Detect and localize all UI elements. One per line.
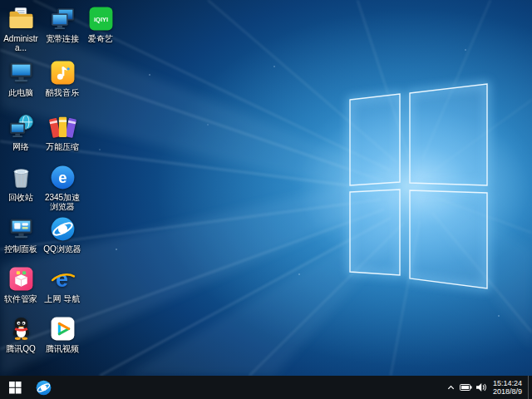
speaker-icon bbox=[475, 382, 487, 392]
icon-label: 此电脑 bbox=[8, 88, 33, 97]
network-globe-icon bbox=[7, 113, 35, 140]
computer-monitor-icon bbox=[7, 59, 35, 86]
icon-label: 回收站 bbox=[8, 193, 33, 202]
svg-text:iQIYI: iQIYI bbox=[94, 16, 108, 23]
battery-icon bbox=[460, 383, 472, 392]
iqiyi-icon: iQIYI bbox=[87, 5, 115, 32]
qq-browser-icon bbox=[35, 379, 52, 397]
desktop-icon-this-pc[interactable]: 此电脑 bbox=[1, 59, 41, 97]
desktop-icon-software-manager[interactable]: 软件管家 bbox=[1, 265, 41, 303]
icon-label: 控制面板 bbox=[4, 244, 37, 254]
control-panel-icon bbox=[7, 215, 35, 243]
planet-ring-browser-icon bbox=[49, 215, 76, 243]
icon-label: 网络 bbox=[12, 142, 29, 151]
icon-label: 2345加速浏览器 bbox=[42, 193, 82, 211]
icon-label: 腾讯视频 bbox=[46, 344, 79, 353]
desktop-icon-broadband[interactable]: 宽带连接 bbox=[42, 5, 82, 43]
desktop-icon-tencent-video[interactable]: 腾讯视频 bbox=[42, 315, 82, 353]
icon-label: QQ浏览器 bbox=[43, 244, 81, 254]
taskbar: 15:14:24 2018/8/9 bbox=[0, 376, 532, 399]
music-note-icon bbox=[49, 59, 76, 86]
desktop-icon-kuwo-music[interactable]: 酷我音乐 bbox=[42, 59, 82, 97]
tray-battery[interactable] bbox=[459, 376, 474, 399]
start-button[interactable] bbox=[0, 376, 30, 399]
clock-time: 15:14:24 bbox=[493, 379, 522, 388]
desktop-icon-network[interactable]: 网络 bbox=[1, 113, 41, 151]
svg-text:e: e bbox=[56, 267, 68, 292]
desktop-icon-iqiyi[interactable]: iQIYI 爱奇艺 bbox=[81, 5, 121, 43]
qq-penguin-icon bbox=[7, 315, 35, 342]
icon-label: 爱奇艺 bbox=[88, 34, 113, 43]
archive-books-icon bbox=[49, 113, 76, 140]
desktop[interactable]: Administra... 宽带连接 iQIYI 爱奇艺 bbox=[0, 0, 532, 376]
desktop-icon-recycle-bin[interactable]: 回收站 bbox=[1, 164, 41, 202]
windows-logo-icon bbox=[9, 382, 22, 394]
desktop-icon-web-nav[interactable]: e 上网 导航 bbox=[42, 265, 82, 303]
icon-label: 酷我音乐 bbox=[46, 88, 79, 97]
icon-label: 腾讯QQ bbox=[6, 344, 36, 353]
windows-desktop-screen: { "colors": { "taskbar_bg": "#101418", "… bbox=[0, 0, 532, 399]
icon-label: Administra... bbox=[1, 34, 41, 52]
system-tray: 15:14:24 2018/8/9 bbox=[444, 376, 532, 399]
show-desktop-button[interactable] bbox=[528, 376, 532, 399]
icon-label: 上网 导航 bbox=[45, 294, 81, 303]
clock-date: 2018/8/9 bbox=[493, 387, 522, 397]
recycle-bin-icon bbox=[7, 164, 35, 191]
video-play-icon bbox=[49, 315, 76, 342]
desktop-icon-tencent-qq[interactable]: 腾讯QQ bbox=[1, 315, 41, 353]
tray-volume[interactable] bbox=[474, 376, 489, 399]
desktop-icon-administrator[interactable]: Administra... bbox=[1, 5, 41, 52]
software-box-icon bbox=[7, 265, 35, 293]
desktop-icon-compressor[interactable]: 万能压缩 bbox=[42, 113, 82, 151]
icon-label: 万能压缩 bbox=[46, 142, 79, 151]
icon-label: 宽带连接 bbox=[46, 34, 79, 43]
desktop-icon-qq-browser[interactable]: QQ浏览器 bbox=[42, 215, 82, 254]
chevron-up-icon bbox=[446, 383, 456, 392]
dual-monitors-icon bbox=[49, 5, 76, 32]
desktop-icon-control-panel[interactable]: 控制面板 bbox=[1, 215, 41, 254]
user-files-folder-icon bbox=[7, 5, 35, 32]
icon-label: 软件管家 bbox=[4, 294, 37, 303]
tray-hidden-icons-chevron[interactable] bbox=[444, 376, 459, 399]
blue-e-navigator-icon: e bbox=[49, 265, 76, 293]
svg-text:e: e bbox=[58, 169, 66, 186]
browser-e-globe-icon: e bbox=[49, 164, 76, 191]
taskbar-qq-browser-button[interactable] bbox=[30, 376, 57, 399]
desktop-icon-2345-browser[interactable]: e 2345加速浏览器 bbox=[42, 164, 82, 211]
taskbar-clock[interactable]: 15:14:24 2018/8/9 bbox=[489, 379, 528, 397]
